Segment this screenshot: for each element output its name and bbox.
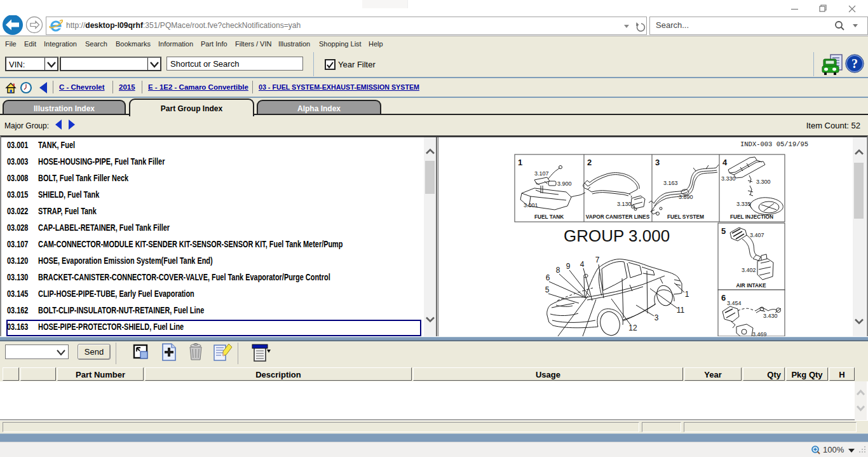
svg-text:5: 5 bbox=[721, 226, 726, 236]
svg-text:FUEL SYSTEM: FUEL SYSTEM bbox=[667, 214, 704, 220]
svg-text:3.130: 3.130 bbox=[617, 201, 632, 207]
svg-text:3.900: 3.900 bbox=[557, 181, 572, 187]
svg-text:3.890: 3.890 bbox=[679, 194, 693, 200]
svg-text:8: 8 bbox=[556, 266, 560, 275]
svg-text:3.107: 3.107 bbox=[534, 170, 549, 177]
svg-text:6: 6 bbox=[721, 293, 726, 303]
svg-text:3.300: 3.300 bbox=[756, 179, 771, 185]
svg-text:3.330: 3.330 bbox=[721, 175, 736, 182]
svg-text:FUEL TANK: FUEL TANK bbox=[534, 214, 564, 220]
svg-text:3.407: 3.407 bbox=[750, 232, 764, 238]
svg-text:3.430: 3.430 bbox=[763, 313, 778, 319]
svg-text:3.335: 3.335 bbox=[736, 201, 751, 207]
svg-text:9: 9 bbox=[566, 262, 571, 271]
svg-text:3: 3 bbox=[654, 313, 659, 322]
svg-text:2: 2 bbox=[587, 158, 592, 167]
svg-text:3: 3 bbox=[655, 158, 660, 167]
svg-text:3.454: 3.454 bbox=[727, 300, 742, 306]
svg-text:INDX-003 05/19/95: INDX-003 05/19/95 bbox=[740, 140, 808, 148]
svg-text:7: 7 bbox=[595, 256, 600, 264]
svg-text:GROUP 3.000: GROUP 3.000 bbox=[564, 226, 670, 245]
svg-text:3.469: 3.469 bbox=[752, 331, 767, 336]
svg-text:3.163: 3.163 bbox=[663, 180, 678, 186]
svg-text:4: 4 bbox=[580, 260, 585, 269]
svg-text:5: 5 bbox=[545, 285, 550, 294]
svg-text:4: 4 bbox=[722, 158, 728, 167]
svg-text:VAPOR CANISTER LINES: VAPOR CANISTER LINES bbox=[586, 214, 650, 220]
svg-text:?: ? bbox=[851, 57, 858, 71]
svg-text:1: 1 bbox=[518, 158, 522, 167]
svg-text:3.001: 3.001 bbox=[524, 202, 538, 208]
svg-text:6: 6 bbox=[546, 273, 550, 282]
svg-text:12: 12 bbox=[628, 324, 637, 332]
svg-text:AIR INTAKE: AIR INTAKE bbox=[736, 282, 766, 289]
svg-text:3.402: 3.402 bbox=[742, 267, 756, 273]
svg-text:1: 1 bbox=[685, 290, 689, 299]
svg-text:11: 11 bbox=[677, 306, 685, 315]
